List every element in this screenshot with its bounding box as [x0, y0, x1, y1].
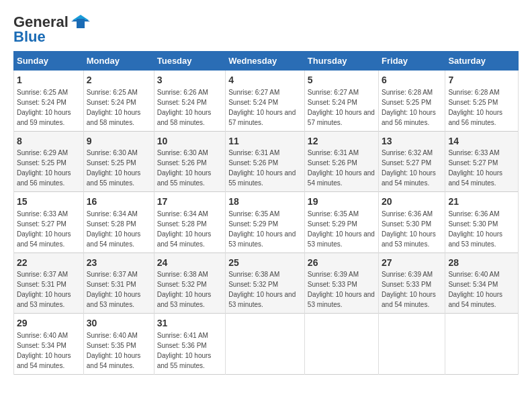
- calendar-cell: 15Sunrise: 6:33 AMSunset: 5:27 PMDayligh…: [14, 192, 84, 253]
- day-number: 22: [17, 257, 81, 270]
- calendar-cell: 16Sunrise: 6:34 AMSunset: 5:28 PMDayligh…: [83, 192, 154, 253]
- header-day: Sunday: [14, 52, 84, 71]
- calendar-cell: 29Sunrise: 6:40 AMSunset: 5:34 PMDayligh…: [14, 314, 84, 375]
- daylight-label: Daylight: 10 hours and 54 minutes.: [382, 291, 436, 308]
- sunset-info: Sunset: 5:25 PM: [17, 159, 66, 167]
- header-day: Thursday: [304, 52, 378, 71]
- sunset-info: Sunset: 5:32 PM: [157, 281, 207, 288]
- sunrise-info: Sunrise: 6:30 AM: [87, 149, 138, 156]
- sunrise-info: Sunrise: 6:27 AM: [308, 89, 359, 96]
- logo: General Blue: [13, 13, 90, 46]
- day-number: 12: [308, 135, 375, 148]
- header-day: Tuesday: [154, 52, 225, 71]
- sunset-info: Sunset: 5:35 PM: [87, 342, 136, 349]
- calendar-cell: [304, 314, 378, 375]
- sunset-info: Sunset: 5:24 PM: [17, 99, 66, 106]
- calendar-cell: 17Sunrise: 6:34 AMSunset: 5:28 PMDayligh…: [154, 192, 225, 253]
- daylight-label: Daylight: 10 hours and 54 minutes.: [17, 230, 71, 248]
- calendar-cell: 26Sunrise: 6:39 AMSunset: 5:33 PMDayligh…: [304, 253, 378, 314]
- calendar-cell: 1Sunrise: 6:25 AMSunset: 5:24 PMDaylight…: [14, 71, 84, 132]
- day-number: 24: [157, 257, 222, 270]
- calendar-cell: 24Sunrise: 6:38 AMSunset: 5:32 PMDayligh…: [154, 253, 225, 314]
- day-number: 15: [17, 195, 81, 209]
- daylight-label: Daylight: 10 hours and 55 minutes.: [87, 169, 141, 187]
- sunrise-info: Sunrise: 6:31 AM: [308, 149, 359, 156]
- calendar-cell: 13Sunrise: 6:32 AMSunset: 5:27 PMDayligh…: [379, 131, 445, 192]
- day-number: 4: [228, 74, 302, 87]
- sunset-info: Sunset: 5:32 PM: [228, 281, 278, 288]
- sunset-info: Sunset: 5:24 PM: [157, 99, 207, 106]
- calendar-cell: 28Sunrise: 6:40 AMSunset: 5:34 PMDayligh…: [445, 253, 519, 314]
- sunset-info: Sunset: 5:29 PM: [228, 220, 278, 228]
- daylight-label: Daylight: 10 hours and 54 minutes.: [448, 169, 502, 187]
- day-number: 6: [382, 74, 442, 87]
- calendar-cell: 7Sunrise: 6:28 AMSunset: 5:25 PMDaylight…: [445, 71, 519, 132]
- daylight-label: Daylight: 10 hours and 54 minutes.: [308, 169, 375, 187]
- sunset-info: Sunset: 5:30 PM: [448, 220, 498, 228]
- daylight-label: Daylight: 10 hours and 53 minutes.: [17, 291, 71, 308]
- sunset-info: Sunset: 5:24 PM: [228, 99, 278, 106]
- sunrise-info: Sunrise: 6:25 AM: [17, 89, 68, 96]
- daylight-label: Daylight: 10 hours and 55 minutes.: [228, 169, 296, 187]
- sunrise-info: Sunrise: 6:26 AM: [157, 89, 208, 96]
- logo-blue: Blue: [13, 28, 46, 46]
- daylight-label: Daylight: 10 hours and 54 minutes.: [157, 230, 212, 248]
- daylight-label: Daylight: 10 hours and 53 minutes.: [448, 230, 502, 248]
- calendar-week-row: 1Sunrise: 6:25 AMSunset: 5:24 PMDaylight…: [14, 71, 519, 132]
- sunset-info: Sunset: 5:36 PM: [157, 342, 207, 349]
- day-number: 26: [308, 257, 375, 270]
- day-number: 30: [87, 317, 151, 330]
- daylight-label: Daylight: 10 hours and 54 minutes.: [17, 352, 71, 369]
- calendar-cell: 30Sunrise: 6:40 AMSunset: 5:35 PMDayligh…: [83, 314, 154, 375]
- daylight-label: Daylight: 10 hours and 53 minutes.: [308, 291, 375, 308]
- sunrise-info: Sunrise: 6:37 AM: [17, 271, 68, 278]
- sunrise-info: Sunrise: 6:39 AM: [382, 271, 433, 278]
- sunset-info: Sunset: 5:28 PM: [87, 220, 136, 228]
- sunset-info: Sunset: 5:30 PM: [382, 220, 431, 228]
- calendar-cell: 8Sunrise: 6:29 AMSunset: 5:25 PMDaylight…: [14, 131, 84, 192]
- calendar-cell: 5Sunrise: 6:27 AMSunset: 5:24 PMDaylight…: [304, 71, 378, 132]
- day-number: 20: [382, 195, 442, 209]
- sunset-info: Sunset: 5:29 PM: [308, 220, 357, 228]
- day-number: 18: [228, 195, 302, 209]
- calendar-cell: [445, 314, 519, 375]
- calendar-cell: 31Sunrise: 6:41 AMSunset: 5:36 PMDayligh…: [154, 314, 225, 375]
- daylight-label: Daylight: 10 hours and 53 minutes.: [157, 291, 212, 308]
- sunset-info: Sunset: 5:24 PM: [308, 99, 357, 106]
- header-day: Saturday: [445, 52, 519, 71]
- day-number: 3: [157, 74, 222, 87]
- sunrise-info: Sunrise: 6:34 AM: [157, 210, 208, 218]
- header-day: Monday: [83, 52, 154, 71]
- sunset-info: Sunset: 5:27 PM: [17, 220, 66, 228]
- header: General Blue: [13, 13, 519, 46]
- daylight-label: Daylight: 10 hours and 53 minutes.: [382, 230, 436, 248]
- sunset-info: Sunset: 5:33 PM: [308, 281, 357, 288]
- sunset-info: Sunset: 5:26 PM: [157, 159, 207, 167]
- sunset-info: Sunset: 5:34 PM: [17, 342, 66, 349]
- calendar-table: SundayMondayTuesdayWednesdayThursdayFrid…: [13, 51, 519, 375]
- calendar-cell: 11Sunrise: 6:31 AMSunset: 5:26 PMDayligh…: [226, 131, 305, 192]
- sunrise-info: Sunrise: 6:33 AM: [17, 210, 68, 218]
- calendar-cell: 3Sunrise: 6:26 AMSunset: 5:24 PMDaylight…: [154, 71, 225, 132]
- sunrise-info: Sunrise: 6:33 AM: [448, 149, 499, 156]
- sunrise-info: Sunrise: 6:30 AM: [157, 149, 208, 156]
- daylight-label: Daylight: 10 hours and 54 minutes.: [382, 169, 436, 187]
- calendar-cell: 20Sunrise: 6:36 AMSunset: 5:30 PMDayligh…: [379, 192, 445, 253]
- header-day: Wednesday: [226, 52, 305, 71]
- calendar-cell: 22Sunrise: 6:37 AMSunset: 5:31 PMDayligh…: [14, 253, 84, 314]
- sunset-info: Sunset: 5:27 PM: [382, 159, 431, 167]
- sunset-info: Sunset: 5:25 PM: [87, 159, 136, 167]
- sunrise-info: Sunrise: 6:40 AM: [17, 332, 68, 339]
- day-number: 5: [308, 74, 375, 87]
- sunrise-info: Sunrise: 6:29 AM: [17, 149, 68, 156]
- logo-bird-icon: [71, 15, 90, 30]
- day-number: 31: [157, 317, 222, 330]
- calendar-cell: 10Sunrise: 6:30 AMSunset: 5:26 PMDayligh…: [154, 131, 225, 192]
- sunset-info: Sunset: 5:31 PM: [17, 281, 66, 288]
- calendar-cell: [379, 314, 445, 375]
- calendar-cell: 6Sunrise: 6:28 AMSunset: 5:25 PMDaylight…: [379, 71, 445, 132]
- sunrise-info: Sunrise: 6:28 AM: [382, 89, 433, 96]
- sunrise-info: Sunrise: 6:32 AM: [382, 149, 433, 156]
- day-number: 1: [17, 74, 81, 87]
- calendar-week-row: 15Sunrise: 6:33 AMSunset: 5:27 PMDayligh…: [14, 192, 519, 253]
